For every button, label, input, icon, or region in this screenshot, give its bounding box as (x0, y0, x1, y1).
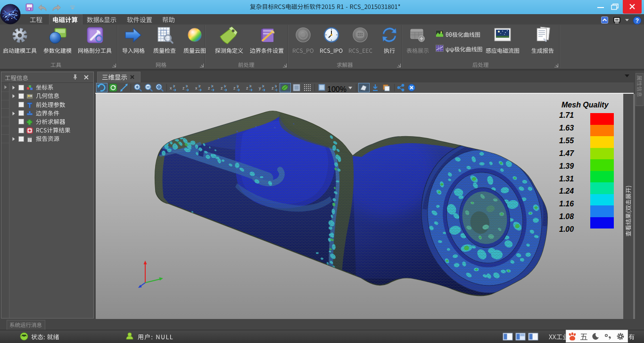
svg-text:v: v (224, 84, 226, 88)
svg-text:x: x (263, 84, 264, 88)
svg-text:y: y (237, 84, 239, 88)
svg-text:x: x (186, 84, 188, 88)
svg-text:z: z (272, 86, 274, 90)
svg-text:x: x (212, 84, 214, 88)
svg-text:z: z (199, 84, 201, 88)
svg-text:z: z (233, 86, 236, 90)
svg-text:z: z (208, 86, 210, 90)
svg-text:z: z (221, 86, 223, 90)
svg-text:x: x (195, 86, 198, 90)
svg-text:x: x (170, 86, 172, 90)
svg-text:z: z (173, 84, 175, 88)
svg-text:z: z (182, 86, 185, 90)
svg-text:x: x (250, 84, 252, 88)
svg-text:z: z (246, 86, 248, 90)
svg-text:?: ? (636, 17, 639, 24)
svg-text:y: y (259, 86, 261, 90)
